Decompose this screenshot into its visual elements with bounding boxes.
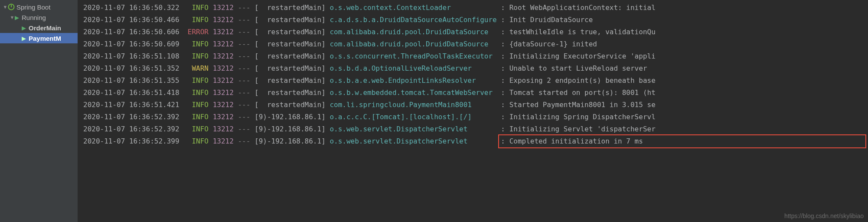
log-line: 2020-11-07 16:36:50.606 ERROR 13212 --- … (83, 26, 868, 38)
log-line: 2020-11-07 16:36:50.322 INFO 13212 --- [… (83, 2, 868, 14)
watermark-text: https://blog.csdn.net/skylibiao (784, 212, 864, 219)
chevron-down-icon: ▼ (3, 4, 8, 10)
tree-label: Running (22, 14, 46, 21)
tree-node-springboot[interactable]: ▼ Spring Boot (0, 2, 78, 12)
chevron-down-icon: ▼ (10, 15, 15, 20)
play-icon: ▶ (22, 35, 26, 42)
log-line: 2020-11-07 16:36:51.108 INFO 13212 --- [… (83, 50, 868, 62)
tree-label: OrderMain (29, 24, 61, 32)
tree-node-run-config[interactable]: ▶ PaymentM (0, 33, 78, 43)
log-line: 2020-11-07 16:36:52.399 INFO 13212 --- [… (83, 135, 868, 147)
log-line: 2020-11-07 16:36:50.609 INFO 13212 --- [… (83, 38, 868, 50)
log-line: 2020-11-07 16:36:51.355 INFO 13212 --- [… (83, 75, 868, 87)
ide-panel: ▼ Spring Boot ▼ ▶ Running ▶ OrderMain ▶ … (0, 0, 868, 222)
console-output[interactable]: 2020-11-07 16:36:50.322 INFO 13212 --- [… (78, 0, 868, 222)
log-line: 2020-11-07 16:36:52.392 INFO 13212 --- [… (83, 123, 868, 135)
log-line: 2020-11-07 16:36:51.352 WARN 13212 --- [… (83, 62, 868, 75)
play-icon: ▶ (15, 14, 19, 21)
play-icon: ▶ (22, 25, 26, 31)
tree-label: PaymentM (29, 35, 61, 42)
tree-node-running[interactable]: ▼ ▶ Running (0, 12, 78, 23)
tree-label: Spring Boot (16, 3, 50, 11)
run-dashboard-tree[interactable]: ▼ Spring Boot ▼ ▶ Running ▶ OrderMain ▶ … (0, 0, 78, 222)
tree-node-run-config[interactable]: ▶ OrderMain (0, 23, 78, 33)
log-line: 2020-11-07 16:36:52.392 INFO 13212 --- [… (83, 111, 868, 123)
spring-boot-icon (8, 3, 15, 10)
log-line: 2020-11-07 16:36:51.418 INFO 13212 --- [… (83, 87, 868, 99)
log-line: 2020-11-07 16:36:51.421 INFO 13212 --- [… (83, 99, 868, 111)
log-line: 2020-11-07 16:36:50.466 INFO 13212 --- [… (83, 14, 868, 26)
